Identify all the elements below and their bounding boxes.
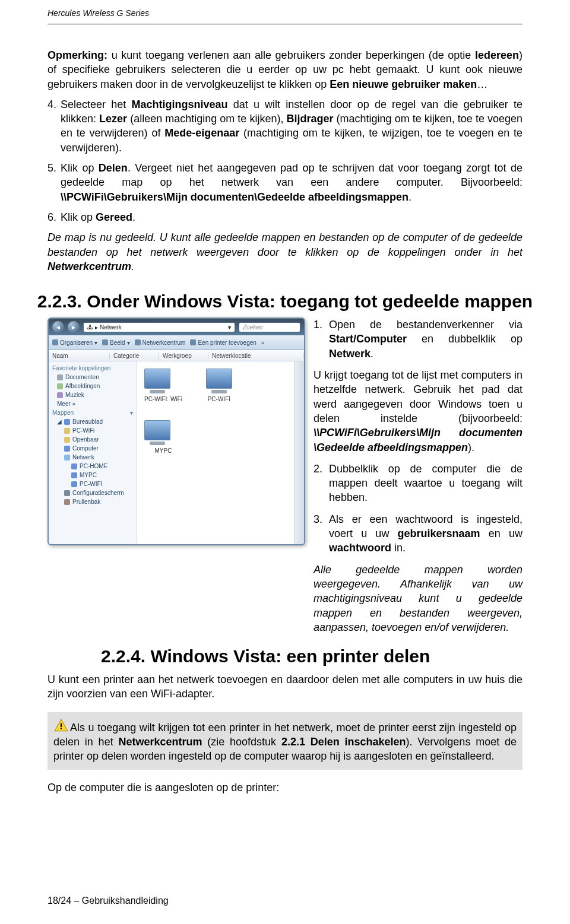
- tb-netwerkcentrum[interactable]: Netwerkcentrum: [135, 339, 186, 346]
- sb-muziek[interactable]: Muziek: [51, 390, 134, 399]
- list-number: 4.: [48, 97, 56, 112]
- sb-mypc[interactable]: MYPC: [51, 471, 134, 480]
- col-categorie[interactable]: Categorie: [110, 353, 159, 359]
- warning-box: Als u toegang wilt krijgen tot een print…: [48, 712, 522, 770]
- pc-label: PC-WIFI: [206, 396, 232, 402]
- arrow-left-icon: ◄: [55, 324, 61, 331]
- section-223-title: 2.2.3. Onder Windows Vista: toegang tot …: [0, 291, 570, 312]
- chevron-down-icon: ▾: [94, 339, 97, 346]
- column-headers: Naam Categorie Werkgroep Netwerklocatie: [49, 350, 304, 361]
- folder-icon: [64, 428, 70, 434]
- monitor-icon: [206, 369, 232, 389]
- breadcrumb-label: Netwerk: [100, 324, 122, 331]
- computer-icon: [71, 472, 77, 478]
- gear-icon: [64, 490, 70, 496]
- forward-button[interactable]: ►: [68, 321, 80, 333]
- list-item-5: 5. Klik op Delen. Vergeet niet het aange…: [48, 161, 522, 204]
- network-pc-3[interactable]: PC-WIFI: [206, 369, 232, 402]
- sb-pcwifi2[interactable]: PC-WIFI: [51, 480, 134, 488]
- back-button[interactable]: ◄: [52, 321, 64, 333]
- network-icon: 🖧: [87, 324, 93, 331]
- col-netwerklocatie[interactable]: Netwerklocatie: [208, 353, 304, 359]
- col-naam[interactable]: Naam: [49, 353, 110, 359]
- computer-icon: [71, 463, 77, 469]
- sb-favorites-head: Favoriete koppelingen: [51, 364, 134, 373]
- trash-icon: [64, 499, 70, 505]
- footer-instruction: Op de computer die is aangesloten op de …: [0, 780, 570, 795]
- network-icon: [64, 455, 70, 461]
- document-page: Hercules Wireless G Series Opmerking: u …: [0, 0, 570, 924]
- info-paragraph: U krijgt toegang tot de lijst met comput…: [314, 368, 522, 455]
- monitor-icon: [144, 420, 170, 440]
- section-224-title: 2.2.4. Windows Vista: een printer delen: [0, 646, 570, 666]
- remark-label: Opmerking:: [48, 49, 107, 61]
- section-223-text: 1. Open de bestandenverkenner via Start/…: [314, 317, 522, 642]
- footer-title: Gebruikshandleiding: [82, 896, 169, 906]
- chevron-down-icon: ▾: [228, 324, 231, 331]
- computer-icon: [64, 446, 70, 452]
- screenshot-column: ◄ ► 🖧 ▸ Netwerk ▾ Zoeken: [48, 317, 303, 642]
- remark-paragraph: Opmerking: u kunt toegang verlenen aan a…: [48, 48, 522, 91]
- sb-prullenbak[interactable]: Prullenbak: [51, 497, 134, 506]
- sb-mappen-head[interactable]: Mappen▾: [51, 408, 134, 417]
- step-3: 3. Als er een wachtwoord is ingesteld, v…: [314, 512, 522, 555]
- network-pc-1[interactable]: PC-WIFI: WiFi: [144, 369, 182, 402]
- picture-icon: [57, 383, 63, 389]
- col-werkgroep[interactable]: Werkgroep: [159, 353, 208, 359]
- document-icon: [57, 374, 63, 380]
- explorer-sidebar: Favoriete koppelingen Documenten Afbeeld…: [49, 361, 137, 544]
- section-224-intro: U kunt een printer aan het netwerk toevo…: [0, 672, 570, 701]
- header-rule: [48, 24, 522, 24]
- list-item-4: 4. Selecteer het Machtigingsniveau dat u…: [48, 97, 522, 155]
- result-paragraph: Alle gedeelde mappen worden weergegeven.…: [314, 563, 522, 634]
- pc-label: MYPC: [144, 447, 182, 454]
- sb-documenten[interactable]: Documenten: [51, 373, 134, 382]
- chevron-right-icon: ▸: [95, 324, 98, 331]
- organize-icon: [52, 339, 58, 345]
- sb-pchome[interactable]: PC-HOME: [51, 462, 134, 471]
- sb-meer[interactable]: Meer »: [51, 399, 134, 408]
- music-icon: [57, 392, 63, 398]
- body-text-block: Opmerking: u kunt toegang verlenen aan a…: [0, 48, 570, 274]
- chevron-down-icon: ▾: [127, 339, 130, 346]
- explorer-content: PC-WIFI: WiFi MYPC PC-WIFI: [137, 361, 294, 544]
- tree-collapse-icon: ◢: [57, 418, 62, 425]
- search-placeholder: Zoeken: [243, 324, 262, 331]
- list-number: 5.: [48, 161, 56, 175]
- vertical-scrollbar[interactable]: [294, 361, 304, 544]
- chevron-down-icon: ▾: [130, 409, 133, 416]
- pc-label: PC-WIFI: WiFi: [144, 396, 182, 402]
- two-column-row: ◄ ► 🖧 ▸ Netwerk ▾ Zoeken: [0, 317, 570, 642]
- step-2: 2. Dubbelklik op de computer die de mapp…: [314, 462, 522, 505]
- tb-beeld[interactable]: Beeld ▾: [102, 339, 130, 346]
- network-pc-2[interactable]: MYPC: [144, 420, 182, 454]
- tb-printer-toevoegen[interactable]: Een printer toevoegen: [190, 339, 256, 346]
- list-number: 6.: [48, 210, 56, 224]
- explorer-navbar: ◄ ► 🖧 ▸ Netwerk ▾ Zoeken: [49, 319, 304, 335]
- desktop-icon: [64, 419, 70, 425]
- svg-rect-1: [61, 723, 62, 727]
- sb-afbeeldingen[interactable]: Afbeeldingen: [51, 382, 134, 390]
- sb-openbaar[interactable]: Openbaar: [51, 435, 134, 444]
- explorer-main: Favoriete koppelingen Documenten Afbeeld…: [49, 361, 304, 544]
- view-icon: [102, 339, 108, 345]
- step-1: 1. Open de bestandenverkenner via Start/…: [314, 317, 522, 361]
- sb-pcwifi[interactable]: PC-WiFi: [51, 426, 134, 435]
- computer-icon: [71, 481, 77, 487]
- warning-icon: [53, 718, 69, 734]
- page-footer: 18/24 – Gebruikshandleiding: [48, 896, 169, 906]
- sb-config[interactable]: Configuratiescherm: [51, 488, 134, 497]
- search-input[interactable]: Zoeken: [239, 322, 300, 332]
- tb-organiseren[interactable]: Organiseren ▾: [52, 339, 97, 346]
- sb-bureaublad[interactable]: ◢Bureaublad: [51, 417, 134, 426]
- explorer-toolbar: Organiseren ▾ Beeld ▾ Netwerkcentrum Een…: [49, 335, 304, 350]
- tb-overflow[interactable]: »: [261, 339, 265, 346]
- address-bar[interactable]: 🖧 ▸ Netwerk ▾: [83, 322, 235, 332]
- final-paragraph: De map is nu gedeeld. U kunt alle gedeel…: [48, 230, 522, 274]
- list-number: 2.: [314, 462, 322, 476]
- list-item-6: 6. Klik op Gereed.: [48, 210, 522, 224]
- list-number: 1.: [314, 317, 322, 332]
- sb-netwerk[interactable]: Netwerk: [51, 453, 134, 462]
- printer-icon: [190, 339, 196, 345]
- sb-computer[interactable]: Computer: [51, 444, 134, 453]
